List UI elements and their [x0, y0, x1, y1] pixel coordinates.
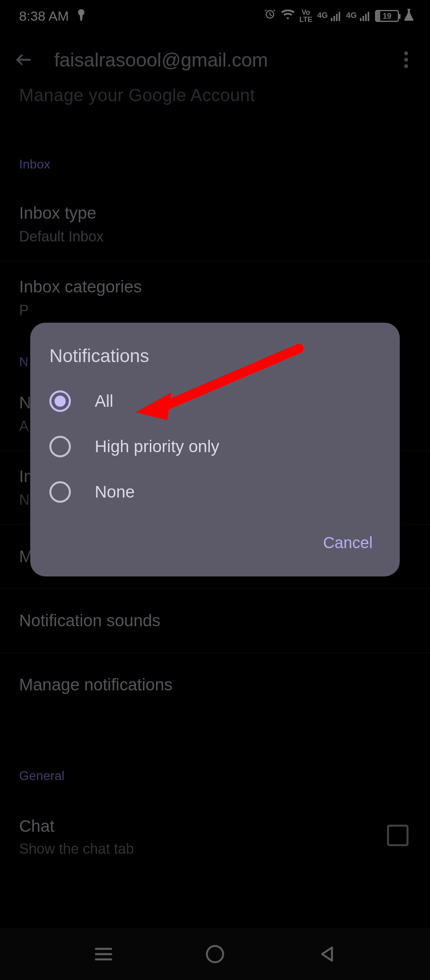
radio-label: High priority only	[95, 437, 219, 456]
dialog-title: Notifications	[30, 345, 400, 378]
dialog-actions: Cancel	[30, 515, 400, 568]
radio-icon[interactable]	[49, 481, 71, 503]
radio-icon[interactable]	[49, 436, 71, 457]
radio-label: None	[95, 482, 135, 502]
notifications-dialog: Notifications All High priority only Non…	[30, 323, 400, 576]
cancel-button[interactable]: Cancel	[315, 529, 381, 557]
radio-icon[interactable]	[49, 390, 71, 412]
radio-option-high-priority[interactable]: High priority only	[30, 424, 400, 469]
radio-label: All	[95, 392, 113, 411]
radio-option-all[interactable]: All	[30, 378, 400, 424]
radio-option-none[interactable]: None	[30, 469, 400, 515]
